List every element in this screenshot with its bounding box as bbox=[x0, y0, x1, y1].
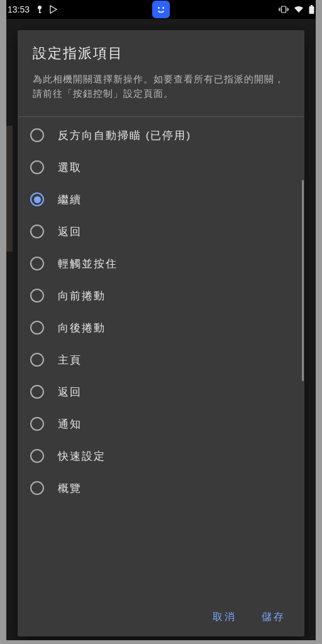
svg-rect-3 bbox=[155, 4, 167, 15]
play-store-icon bbox=[50, 5, 58, 14]
battery-icon bbox=[309, 5, 314, 14]
options-list: 反方向自動掃瞄 (已停用)選取繼續返回輕觸並按住向前捲動向後捲動主頁返回通知快速… bbox=[18, 119, 304, 504]
scrollbar-thumb[interactable] bbox=[302, 180, 304, 381]
option-label: 選取 bbox=[58, 160, 82, 175]
frame-edge-right bbox=[316, 0, 322, 644]
radio-icon[interactable] bbox=[30, 289, 44, 303]
option-row[interactable]: 輕觸並按住 bbox=[23, 248, 299, 280]
dialog-actions: 取消 儲存 bbox=[18, 601, 304, 636]
option-label: 返回 bbox=[58, 385, 82, 399]
option-label: 輕觸並按住 bbox=[58, 257, 118, 271]
status-time: 13:53 bbox=[8, 4, 30, 14]
option-row[interactable]: 返回 bbox=[23, 216, 299, 248]
vibrate-icon bbox=[279, 5, 289, 14]
radio-icon[interactable] bbox=[30, 417, 44, 431]
svg-rect-6 bbox=[282, 6, 286, 13]
radio-icon[interactable] bbox=[30, 321, 44, 335]
option-label: 反方向自動掃瞄 (已停用) bbox=[58, 128, 191, 143]
svg-rect-5 bbox=[163, 7, 164, 9]
status-left: 13:53 bbox=[8, 4, 58, 14]
option-row[interactable]: 通知 bbox=[23, 408, 299, 440]
radio-icon[interactable] bbox=[30, 449, 44, 463]
dialog-body[interactable]: 反方向自動掃瞄 (已停用)選取繼續返回輕觸並按住向前捲動向後捲動主頁返回通知快速… bbox=[18, 117, 304, 601]
wifi-icon bbox=[294, 6, 304, 13]
cancel-button[interactable]: 取消 bbox=[213, 611, 236, 624]
radio-icon[interactable] bbox=[30, 257, 44, 270]
option-label: 向前捲動 bbox=[58, 289, 106, 303]
key-icon bbox=[36, 5, 43, 14]
option-row[interactable]: 選取 bbox=[23, 152, 299, 184]
radio-icon[interactable] bbox=[30, 385, 44, 399]
dialog-title: 設定指派項目 bbox=[33, 44, 289, 63]
option-row[interactable]: 返回 bbox=[23, 376, 299, 408]
svg-rect-4 bbox=[158, 7, 160, 9]
option-label: 返回 bbox=[58, 225, 82, 239]
option-label: 向後捲動 bbox=[58, 321, 106, 335]
dialog-header: 設定指派項目 為此相機開關選擇新操作。如要查看所有已指派的開關，請前往「按鈕控制… bbox=[18, 30, 304, 110]
option-row[interactable]: 快速設定 bbox=[23, 440, 299, 472]
radio-icon[interactable] bbox=[30, 160, 44, 174]
radio-icon[interactable] bbox=[30, 353, 44, 367]
save-button[interactable]: 儲存 bbox=[262, 611, 286, 624]
radio-icon[interactable] bbox=[30, 481, 44, 495]
dialog-description: 為此相機開關選擇新操作。如要查看所有已指派的開關，請前往「按鈕控制」設定頁面。 bbox=[33, 72, 289, 101]
option-label: 概覽 bbox=[58, 481, 82, 496]
option-label: 繼續 bbox=[58, 192, 82, 207]
option-row[interactable]: 反方向自動掃瞄 (已停用) bbox=[23, 119, 299, 152]
frame-edge-left bbox=[0, 0, 6, 644]
option-row[interactable]: 主頁 bbox=[23, 344, 299, 376]
option-label: 快速設定 bbox=[58, 449, 106, 464]
option-row[interactable]: 向前捲動 bbox=[23, 280, 299, 312]
face-switch-icon bbox=[152, 1, 170, 18]
radio-icon[interactable] bbox=[30, 225, 44, 238]
option-label: 主頁 bbox=[58, 353, 82, 367]
status-right bbox=[279, 5, 314, 14]
radio-icon[interactable] bbox=[30, 192, 44, 206]
radio-icon[interactable] bbox=[30, 128, 44, 142]
status-bar: 13:53 bbox=[0, 0, 322, 19]
option-row[interactable]: 繼續 bbox=[23, 184, 299, 216]
assign-action-dialog: 設定指派項目 為此相機開關選擇新操作。如要查看所有已指派的開關，請前往「按鈕控制… bbox=[18, 30, 304, 636]
frame-edge-bottom bbox=[0, 640, 322, 644]
option-row[interactable]: 概覽 bbox=[23, 472, 299, 504]
svg-rect-12 bbox=[309, 6, 314, 14]
option-row[interactable]: 向後捲動 bbox=[23, 312, 299, 344]
svg-rect-11 bbox=[311, 5, 313, 6]
svg-rect-2 bbox=[39, 12, 41, 13]
option-label: 通知 bbox=[58, 417, 82, 431]
